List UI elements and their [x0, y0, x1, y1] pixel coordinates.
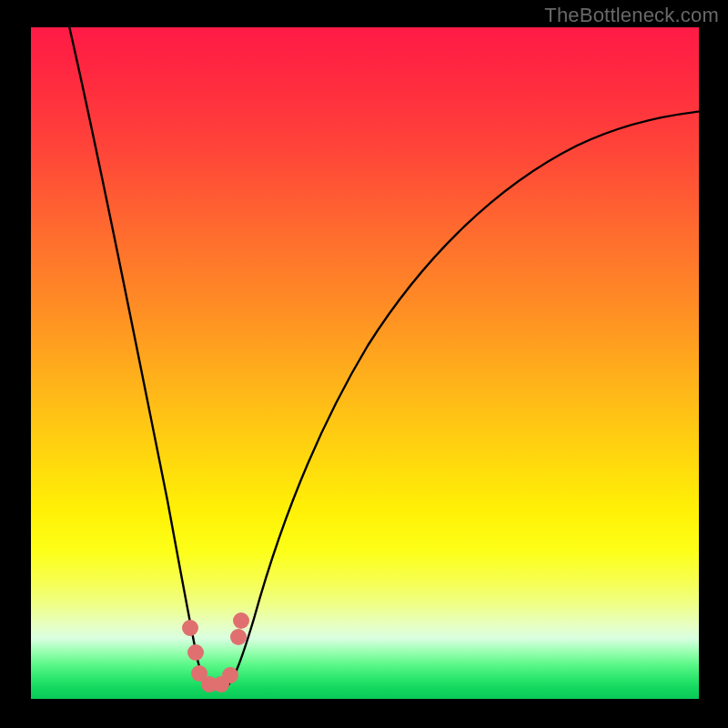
bottleneck-curve-left	[67, 27, 213, 690]
chart-frame: TheBottleneck.com	[0, 0, 728, 728]
marker-dot	[233, 612, 249, 629]
marker-cluster	[182, 612, 249, 693]
plot-area	[31, 27, 699, 699]
marker-dot	[230, 629, 247, 645]
marker-dot	[222, 667, 238, 683]
marker-dot	[182, 620, 198, 636]
bottleneck-curve-svg	[31, 27, 699, 699]
marker-dot	[187, 644, 204, 661]
watermark-text: TheBottleneck.com	[544, 4, 719, 27]
bottleneck-curve-right	[224, 111, 699, 690]
